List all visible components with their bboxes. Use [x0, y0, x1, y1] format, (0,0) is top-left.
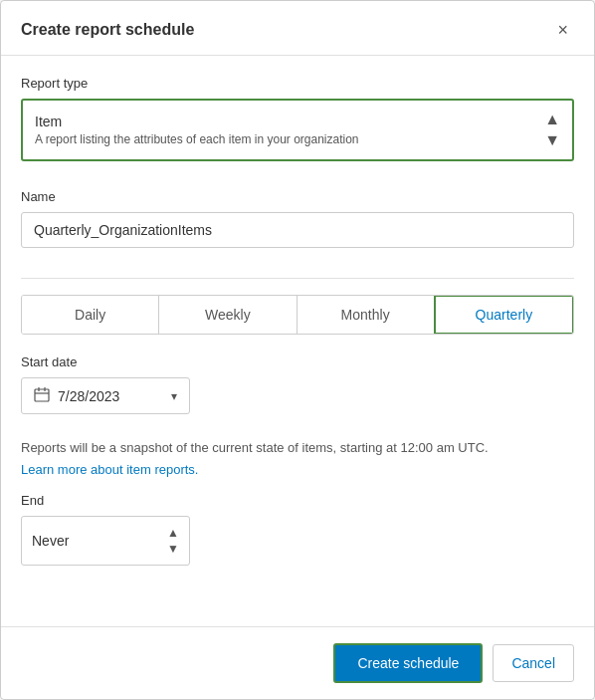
start-date-picker[interactable]: 7/28/2023 ▾ [21, 377, 190, 414]
create-report-schedule-dialog: Create report schedule × Report type Ite… [0, 0, 595, 700]
dialog-body: Report type Item A report listing the at… [1, 56, 594, 626]
close-button[interactable]: × [551, 19, 574, 41]
report-type-section: Report type Item A report listing the at… [21, 76, 574, 181]
report-type-name: Item [35, 114, 359, 129]
report-type-description: A report listing the attributes of each … [35, 132, 359, 146]
tab-monthly[interactable]: Monthly [298, 296, 435, 334]
svg-rect-0 [35, 389, 49, 401]
tab-weekly[interactable]: Weekly [159, 296, 297, 334]
end-section: End Never ▲ ▼ [21, 493, 574, 566]
end-spinner-icon: ▲ ▼ [167, 526, 179, 556]
divider [21, 278, 574, 279]
name-label: Name [21, 189, 574, 204]
report-type-label: Report type [21, 76, 574, 91]
info-text: Reports will be a snapshot of the curren… [21, 438, 574, 458]
create-schedule-button[interactable]: Create schedule [333, 643, 483, 683]
frequency-tabs: Daily Weekly Monthly Quarterly [21, 295, 574, 335]
dialog-footer: Create schedule Cancel [1, 626, 594, 699]
dialog-title: Create report schedule [21, 21, 194, 39]
name-section: Name [21, 189, 574, 248]
report-type-select[interactable]: Item A report listing the attributes of … [21, 99, 574, 161]
start-date-value: 7/28/2023 [58, 388, 163, 404]
start-date-section: Start date 7/28/2023 ▾ [21, 354, 574, 414]
tab-quarterly[interactable]: Quarterly [434, 295, 574, 335]
name-input[interactable] [21, 212, 574, 248]
end-select-box[interactable]: Never ▲ ▼ [21, 516, 190, 566]
dialog-header: Create report schedule × [1, 1, 594, 56]
end-label: End [21, 493, 574, 508]
learn-more-link[interactable]: Learn more about item reports. [21, 462, 574, 477]
report-type-text: Item A report listing the attributes of … [35, 114, 359, 146]
end-select-value: Never [32, 533, 69, 549]
start-date-label: Start date [21, 354, 574, 369]
cancel-button[interactable]: Cancel [493, 644, 574, 682]
tab-daily[interactable]: Daily [22, 296, 159, 334]
calendar-icon [34, 386, 50, 405]
chevron-down-icon: ▾ [171, 389, 177, 403]
report-type-spinner-icon: ▲ ▼ [544, 111, 560, 149]
